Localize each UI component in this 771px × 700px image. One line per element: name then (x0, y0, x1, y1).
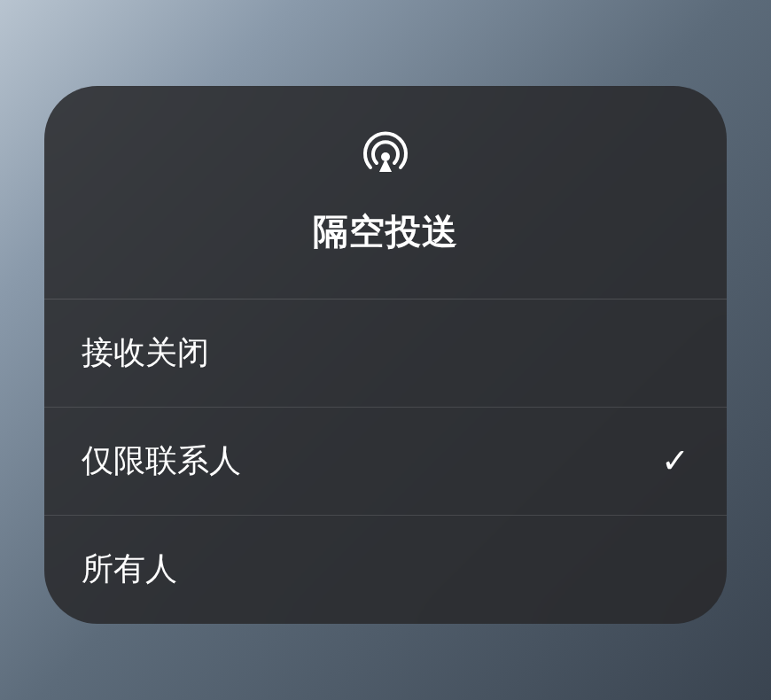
option-label: 接收关闭 (82, 331, 209, 375)
panel-header: 隔空投送 (44, 86, 727, 299)
option-receiving-off[interactable]: 接收关闭 ✓ (44, 299, 727, 408)
option-contacts-only[interactable]: 仅限联系人 ✓ (44, 408, 727, 516)
checkmark-icon: ✓ (661, 441, 689, 480)
panel-title: 隔空投送 (313, 207, 458, 256)
airdrop-settings-panel: 隔空投送 接收关闭 ✓ 仅限联系人 ✓ 所有人 ✓ (44, 86, 727, 624)
airdrop-icon (358, 126, 413, 181)
option-label: 仅限联系人 (82, 439, 241, 483)
option-label: 所有人 (82, 548, 177, 591)
option-everyone[interactable]: 所有人 ✓ (44, 516, 727, 624)
